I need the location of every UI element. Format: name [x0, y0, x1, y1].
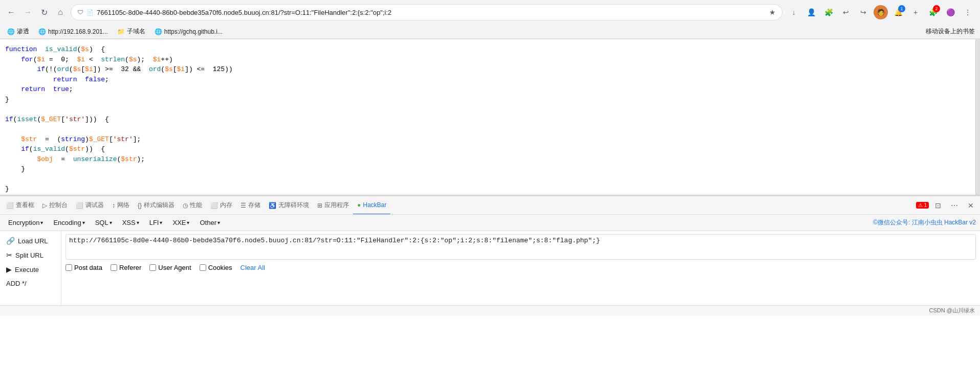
address-bar[interactable]: 🛡 📄 7661105c-8d0e-4440-86b0-bebde35a70f6… — [71, 4, 782, 20]
bookmark-label4: https://gchq.github.i... — [164, 28, 223, 35]
nav-home-button[interactable]: ⌂ — [54, 6, 67, 18]
post-data-label: Post data — [74, 264, 102, 271]
url-input[interactable]: http://7661105c-8d0e-4440-86b0-bebde35a7… — [66, 234, 976, 260]
encoding-arrow: ▾ — [82, 220, 85, 225]
menu-xxe[interactable]: XXE ▾ — [168, 218, 193, 227]
avatar-btn[interactable]: 🧑 — [874, 5, 888, 19]
lfi-label: LFI — [149, 219, 159, 226]
menu-sql[interactable]: SQL ▾ — [91, 218, 116, 227]
storage-label: 存储 — [248, 201, 260, 210]
browser-chrome: ← → ↻ ⌂ 🛡 📄 7661105c-8d0e-4440-86b0-bebd… — [0, 0, 980, 39]
notification-btn[interactable]: 🔔 1 — [891, 5, 905, 19]
xss-arrow: ▾ — [137, 220, 139, 225]
post-data-checkbox[interactable] — [66, 264, 72, 271]
code-line-8: if(isset($_GET['str'])) { — [5, 115, 975, 125]
bookmark-label3: 子域名 — [127, 27, 145, 36]
clear-all-button[interactable]: Clear All — [241, 264, 265, 271]
bookmarks-bar: 🌐 渗透 🌐 http://192.168.9.201... 📁 子域名 🌐 h… — [0, 25, 980, 39]
user-agent-checkbox[interactable] — [149, 264, 156, 271]
menu-button[interactable]: ⋮ — [961, 5, 975, 19]
puzzle-button[interactable]: 🧩 2 — [926, 5, 940, 19]
add-comment-label: ADD */ — [6, 280, 27, 287]
bookmark-item-pentesting[interactable]: 🌐 渗透 — [5, 26, 31, 37]
network-icon: ↕ — [112, 202, 115, 209]
devtools-tabs: ⬜ 查看框 ▷ 控制台 ⬜ 调试器 ↕ 网络 {} 样式编辑器 ◷ 性能 ⬜ 内… — [0, 196, 980, 215]
accessibility-icon: ♿ — [269, 202, 276, 209]
extensions-button[interactable]: 🧩 — [821, 5, 836, 19]
add-comment-button[interactable]: ADD */ — [2, 277, 59, 290]
accessibility-label: 无障碍环境 — [278, 201, 309, 210]
devtools-tab-inspector[interactable]: ⬜ 查看框 — [2, 196, 38, 215]
devtools-tab-performance[interactable]: ◷ 性能 — [179, 196, 206, 215]
devtools-right-controls: ⚠ 1 ⊡ ⋯ ✕ — [916, 198, 978, 213]
bookmark-label2: http://192.168.9.201... — [48, 28, 108, 35]
cookies-label: Cookies — [208, 264, 232, 271]
devtools-tab-style-editor[interactable]: {} 样式编辑器 — [134, 196, 179, 215]
devtools-tab-storage[interactable]: ☰ 存储 — [236, 196, 265, 215]
code-line-13: } — [5, 164, 975, 174]
console-icon: ▷ — [42, 202, 47, 209]
account-button[interactable]: 👤 — [804, 5, 818, 19]
add-button[interactable]: + — [908, 5, 923, 19]
post-data-checkbox-label[interactable]: Post data — [66, 264, 102, 271]
hackbar-footer: CSDN @山川绿水 — [0, 305, 980, 315]
inspector-label: 查看框 — [16, 201, 34, 210]
devtools-tab-network[interactable]: ↕ 网络 — [108, 196, 134, 215]
bookmark-label: 渗透 — [17, 27, 29, 36]
menu-encoding[interactable]: Encoding ▾ — [49, 218, 89, 227]
devtools-dock-button[interactable]: ⊡ — [931, 198, 945, 213]
split-url-button[interactable]: ✂ Split URL — [2, 248, 59, 262]
back-button2[interactable]: ↩ — [839, 5, 853, 19]
memory-icon: ⬜ — [210, 202, 218, 209]
code-line-3: if(!(ord($s[$i]) >= 32 && ord($s[$i]) <=… — [5, 64, 975, 75]
menu-xss[interactable]: XSS ▾ — [118, 218, 143, 227]
forward-button2[interactable]: ↪ — [856, 5, 870, 19]
execute-label: Execute — [15, 266, 39, 273]
devtools-tab-console[interactable]: ▷ 控制台 — [38, 196, 72, 215]
split-url-label: Split URL — [15, 252, 43, 259]
performance-label: 性能 — [190, 201, 202, 210]
devtools-tab-accessibility[interactable]: ♿ 无障碍环境 — [265, 196, 313, 215]
split-url-icon: ✂ — [6, 251, 12, 259]
devtools-tab-application[interactable]: ⊞ 应用程序 — [313, 196, 353, 215]
bookmark-folder-icon: 📁 — [117, 28, 125, 35]
download-button[interactable]: ↓ — [787, 5, 801, 19]
hackbar-options: Post data Referer User Agent Cookies C — [66, 264, 976, 271]
devtools-more-button[interactable]: ⋯ — [947, 198, 962, 213]
debugger-label: 调试器 — [85, 201, 104, 210]
code-line-11: if(is_valid($str)) { — [5, 144, 975, 154]
menu-lfi[interactable]: LFI ▾ — [145, 218, 167, 227]
execute-button[interactable]: ▶ Execute — [2, 263, 59, 276]
notification-badge: 1 — [898, 5, 905, 12]
encryption-arrow: ▾ — [40, 220, 43, 225]
cookies-checkbox-label[interactable]: Cookies — [200, 264, 232, 271]
hackbar-sidebar: 🔗 Load URL ✂ Split URL ▶ Execute ADD */ — [0, 231, 61, 305]
code-line-2: for($i = 0; $i < strlen($s); $i++) — [5, 55, 975, 65]
devtools-tab-memory[interactable]: ⬜ 内存 — [206, 196, 236, 215]
devtools-tab-debugger[interactable]: ⬜ 调试器 — [72, 196, 108, 215]
devtools-close-button[interactable]: ✕ — [964, 198, 978, 213]
bookmark-star-icon[interactable]: ★ — [769, 8, 776, 16]
nav-refresh-button[interactable]: ↻ — [38, 6, 50, 18]
nav-back-button[interactable]: ← — [5, 6, 17, 18]
memory-label: 内存 — [220, 201, 232, 210]
profile-puzzle[interactable]: 🟣 — [943, 5, 957, 19]
referer-checkbox[interactable] — [111, 264, 117, 271]
browser-toolbar: ← → ↻ ⌂ 🛡 📄 7661105c-8d0e-4440-86b0-bebd… — [0, 0, 980, 25]
menu-encryption[interactable]: Encryption ▾ — [4, 218, 47, 227]
referer-checkbox-label[interactable]: Referer — [111, 264, 141, 271]
user-agent-checkbox-label[interactable]: User Agent — [149, 264, 191, 271]
console-label: 控制台 — [49, 201, 68, 210]
bookmark-item-subdomain[interactable]: 📁 子域名 — [115, 26, 147, 37]
load-url-button[interactable]: 🔗 Load URL — [2, 234, 59, 247]
xxe-arrow: ▾ — [187, 220, 189, 225]
devtools-tab-hackbar[interactable]: ● HackBar — [353, 196, 390, 215]
mobile-bookmarks[interactable]: 移动设备上的书签 — [926, 27, 975, 36]
menu-other[interactable]: Other ▾ — [195, 218, 224, 227]
bookmark-item-gchq[interactable]: 🌐 https://gchq.github.i... — [153, 27, 225, 36]
bookmark-item-ip[interactable]: 🌐 http://192.168.9.201... — [36, 27, 110, 36]
cookies-checkbox[interactable] — [200, 264, 206, 271]
nav-forward-button[interactable]: → — [21, 6, 34, 18]
other-arrow: ▾ — [217, 220, 220, 225]
other-label: Other — [200, 219, 216, 226]
